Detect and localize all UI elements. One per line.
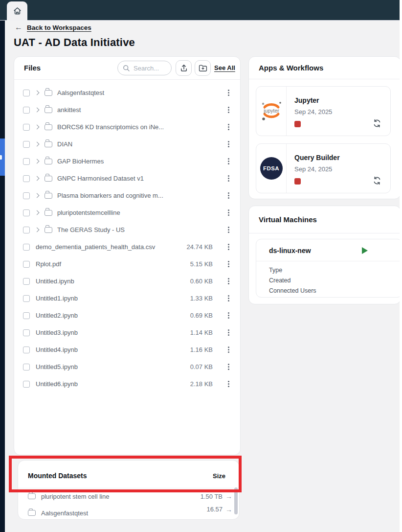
folder-row[interactable]: GAP BioHermes	[14, 153, 240, 170]
folder-row[interactable]: GNPC Harmonised Dataset v1	[14, 170, 240, 187]
stop-button[interactable]	[294, 121, 301, 127]
search-input[interactable]	[134, 65, 168, 72]
chevron-right-icon[interactable]	[35, 142, 40, 147]
scrollbar-thumb[interactable]	[234, 487, 238, 514]
checkbox[interactable]	[23, 381, 30, 388]
checkbox[interactable]	[23, 141, 30, 148]
folder-row[interactable]: DIAN	[14, 136, 240, 153]
row-menu-button[interactable]	[223, 121, 233, 133]
checkbox[interactable]	[23, 347, 30, 353]
checkbox[interactable]	[23, 244, 30, 251]
file-row[interactable]: Untitled1.ipynb 1.33 KB	[14, 290, 240, 307]
file-row[interactable]: Untitled.ipynb 0.60 KB	[14, 273, 240, 290]
stop-button[interactable]	[294, 178, 301, 185]
folder-name[interactable]: GNPC Harmonised Dataset v1	[57, 175, 144, 182]
row-menu-button[interactable]	[223, 156, 233, 167]
row-menu-button[interactable]	[223, 293, 233, 304]
file-name[interactable]: Untitled.ipynb	[36, 278, 74, 285]
row-menu-button[interactable]	[223, 87, 233, 99]
file-name[interactable]: Untitled5.ipynb	[36, 363, 78, 370]
checkbox[interactable]	[23, 329, 30, 336]
checkbox[interactable]	[23, 209, 30, 216]
row-menu-button[interactable]	[223, 258, 233, 270]
vm-card[interactable]: ds-linux-new Type Created Connected User…	[256, 239, 402, 298]
search-box[interactable]	[117, 61, 172, 75]
checkbox[interactable]	[23, 175, 30, 182]
new-folder-button[interactable]	[195, 60, 211, 76]
folder-row[interactable]: Aalsgenfastqtest	[14, 84, 240, 101]
folder-name[interactable]: Aalsgenfastqtest	[57, 89, 104, 96]
row-menu-button[interactable]	[223, 104, 233, 116]
folder-row[interactable]: The GERAS Study - US	[14, 221, 240, 238]
folder-name[interactable]: GAP BioHermes	[57, 158, 104, 165]
folder-row[interactable]: BORCS6 KD transcriptomics on iNe...	[14, 118, 240, 136]
see-all-link[interactable]: See All	[214, 64, 235, 71]
checkbox[interactable]	[23, 124, 30, 131]
file-row[interactable]: Untitled4.ipynb 1.16 KB	[14, 341, 240, 358]
file-name[interactable]: Rplot.pdf	[36, 260, 61, 268]
folder-row[interactable]: ankittest	[14, 101, 240, 118]
file-row[interactable]: Untitled5.ipynb 0.07 KB	[14, 358, 240, 375]
checkbox[interactable]	[23, 295, 30, 302]
checkbox[interactable]	[23, 192, 30, 199]
back-arrow-icon[interactable]: ←	[15, 23, 22, 31]
dataset-name[interactable]: Aalsgenfastqtest	[41, 509, 88, 517]
app-card-jupyter[interactable]: jupyter Jupyter Sep 24, 2025	[256, 86, 391, 136]
row-menu-button[interactable]	[223, 241, 233, 253]
open-arrow-icon[interactable]: →	[225, 492, 232, 500]
row-menu-button[interactable]	[223, 310, 233, 322]
row-menu-button[interactable]	[223, 173, 233, 185]
folder-name[interactable]: BORCS6 KD transcriptomics on iNe...	[57, 123, 164, 131]
home-tab[interactable]	[7, 1, 27, 21]
checkbox[interactable]	[23, 227, 30, 233]
row-menu-button[interactable]	[223, 190, 233, 202]
refresh-icon[interactable]	[373, 176, 381, 185]
chevron-right-icon[interactable]	[35, 176, 40, 181]
row-menu-button[interactable]	[223, 327, 233, 339]
checkbox[interactable]	[23, 261, 30, 268]
checkbox[interactable]	[23, 364, 30, 370]
file-name[interactable]: Untitled4.ipynb	[36, 346, 78, 353]
file-row[interactable]: Rplot.pdf 5.15 KB	[14, 255, 240, 273]
back-to-workspaces-link[interactable]: Back to Workspaces	[27, 24, 91, 31]
file-name[interactable]: Untitled2.ipynb	[36, 312, 78, 319]
folder-name[interactable]: The GERAS Study - US	[57, 226, 125, 233]
row-menu-button[interactable]	[223, 361, 233, 373]
folder-name[interactable]: DIAN	[57, 140, 72, 148]
file-name[interactable]: Untitled3.ipynb	[36, 329, 78, 336]
chevron-right-icon[interactable]	[35, 108, 40, 113]
file-row[interactable]: Untitled3.ipynb 1.14 KB	[14, 324, 240, 341]
chevron-right-icon[interactable]	[35, 91, 40, 95]
file-name[interactable]: Untitled6.ipynb	[36, 380, 78, 388]
chevron-right-icon[interactable]	[35, 159, 40, 164]
row-menu-button[interactable]	[223, 139, 233, 150]
folder-name[interactable]: Plasma biomarkers and cognitive m...	[57, 192, 163, 199]
mounted-dataset-row[interactable]: Aalsgenfastqtest 16.57 →	[18, 505, 239, 517]
checkbox[interactable]	[23, 90, 30, 96]
checkbox[interactable]	[23, 312, 30, 319]
folder-row[interactable]: Plasma biomarkers and cognitive m...	[14, 187, 240, 204]
refresh-icon[interactable]	[373, 119, 381, 128]
file-name[interactable]: Untitled1.ipynb	[36, 295, 78, 302]
checkbox[interactable]	[23, 278, 30, 285]
folder-row[interactable]: pluripotentstemcellline	[14, 204, 240, 221]
play-button[interactable]	[362, 247, 368, 254]
chevron-right-icon[interactable]	[35, 193, 40, 198]
open-arrow-icon[interactable]: →	[225, 506, 232, 513]
folder-name[interactable]: pluripotentstemcellline	[57, 209, 120, 216]
row-menu-button[interactable]	[223, 276, 233, 287]
checkbox[interactable]	[23, 107, 30, 114]
mounted-dataset-row[interactable]: pluripotent stem cell line 1.50 TB →	[18, 488, 239, 505]
row-menu-button[interactable]	[223, 207, 233, 219]
row-menu-button[interactable]	[223, 378, 233, 390]
dataset-name[interactable]: pluripotent stem cell line	[41, 493, 109, 500]
row-menu-button[interactable]	[223, 344, 233, 356]
chevron-right-icon[interactable]	[35, 228, 40, 232]
file-row[interactable]: Untitled2.ipynb 0.69 KB	[14, 307, 240, 324]
row-menu-button[interactable]	[223, 224, 233, 236]
rail-active-tab[interactable]	[0, 139, 5, 176]
checkbox[interactable]	[23, 158, 30, 165]
folder-name[interactable]: ankittest	[57, 106, 81, 114]
file-row[interactable]: demo_dementia_patients_health_data.csv 2…	[14, 238, 240, 255]
file-name[interactable]: demo_dementia_patients_health_data.csv	[36, 243, 155, 251]
